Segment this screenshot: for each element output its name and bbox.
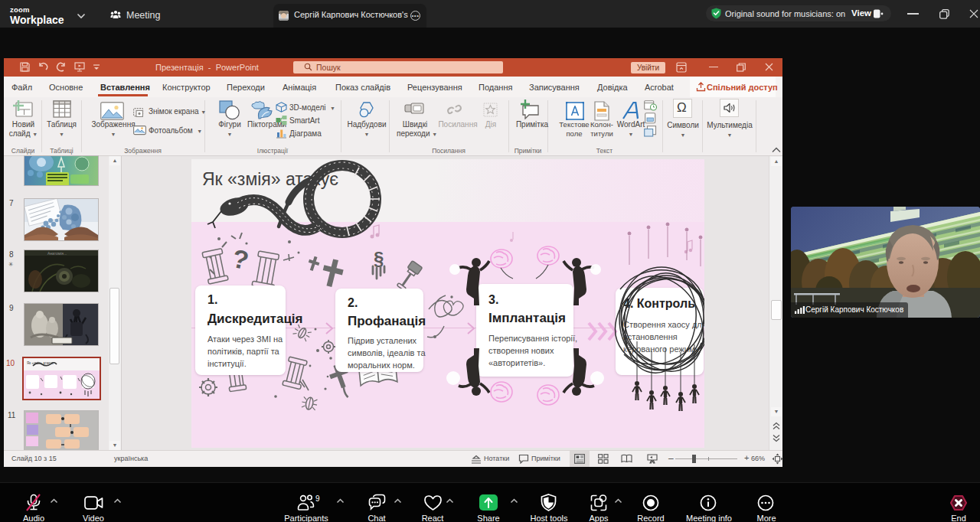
svg-text:Анатомія...: Анатомія... [47,251,67,256]
